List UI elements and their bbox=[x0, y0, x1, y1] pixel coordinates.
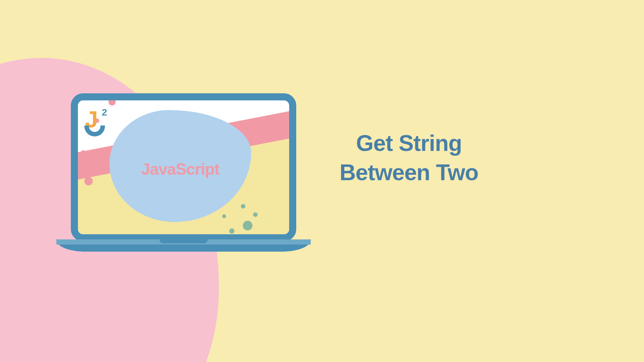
decor-dot bbox=[109, 98, 116, 106]
bubble-label: JavaScript bbox=[141, 160, 220, 179]
decor-dot bbox=[229, 228, 234, 234]
page-title: Get String Between Two bbox=[319, 129, 499, 187]
laptop-screen: J 2 JavaScript bbox=[71, 93, 296, 241]
title-line2: Between Two bbox=[319, 158, 499, 187]
decor-dot bbox=[253, 212, 258, 217]
laptop-base bbox=[56, 239, 311, 252]
j2-logo: J 2 bbox=[85, 106, 95, 133]
decor-dot bbox=[84, 177, 93, 185]
decor-dot bbox=[95, 118, 99, 123]
logo-curve bbox=[84, 125, 105, 136]
title-line1: Get String bbox=[319, 129, 499, 158]
decor-dot bbox=[80, 150, 86, 156]
logo-superscript: 2 bbox=[102, 107, 107, 118]
decor-dot bbox=[241, 204, 245, 209]
decor-dot bbox=[222, 214, 226, 218]
laptop-illustration: J 2 JavaScript bbox=[68, 93, 299, 252]
decor-dot bbox=[243, 221, 252, 230]
laptop-hinge bbox=[159, 239, 208, 243]
